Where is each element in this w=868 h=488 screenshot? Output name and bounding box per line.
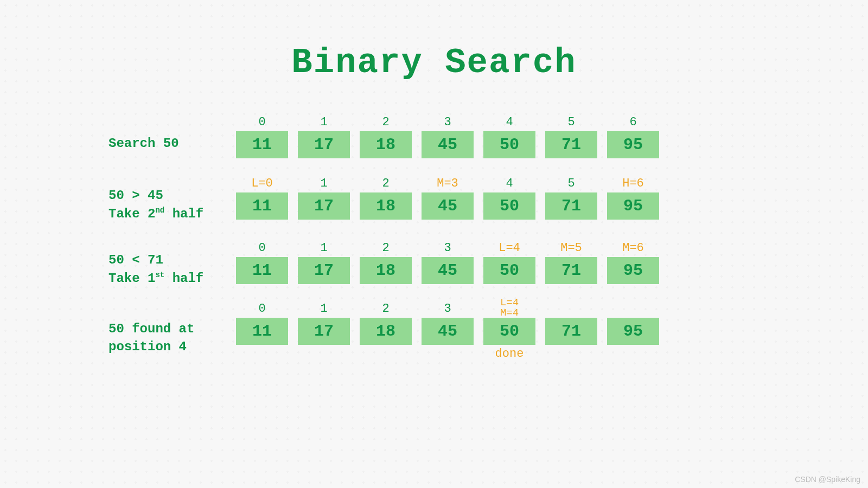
cells-row: 011117218345450571695 (236, 114, 659, 158)
array-cell: 450 (483, 175, 535, 220)
array-cell: 011 (236, 114, 288, 158)
index-label: 1 (320, 114, 327, 131)
array-cell: 218 (360, 175, 412, 220)
value-box: 95 (607, 318, 659, 345)
index-label: 0 (258, 300, 265, 318)
value-box: 45 (422, 192, 474, 220)
value-box: 71 (545, 131, 597, 158)
step-label: 50 < 71Take 1st half (108, 236, 236, 287)
index-label: 6 (629, 114, 636, 131)
index-label: 2 (382, 240, 389, 257)
index-label: 5 (567, 175, 575, 192)
below-label: done (495, 345, 524, 360)
array-cell: 218 (360, 240, 412, 284)
index-label: 3 (444, 240, 451, 257)
step-row: Search 50011117218345450571695 (108, 114, 760, 158)
array-cell: H=695 (607, 175, 659, 220)
index-label: L=0 (251, 175, 273, 192)
array-cell: 117 (298, 240, 350, 284)
value-box: 95 (607, 192, 659, 220)
value-box: 18 (360, 131, 412, 158)
value-box: 17 (298, 318, 350, 345)
index-label: 2 (382, 114, 389, 131)
step-row: 50 found atposition 4011117218345L=4M=45… (108, 300, 760, 360)
array-cell: 117 (298, 300, 350, 360)
array-cell: 117 (298, 175, 350, 220)
value-box: 45 (422, 131, 474, 158)
value-box: 11 (236, 318, 288, 345)
array-cell: 345 (422, 114, 474, 158)
step-label: 50 found atposition 4 (108, 305, 236, 356)
cells-row: 011117218345L=450M=571M=695 (236, 240, 659, 284)
value-box: 11 (236, 257, 288, 284)
index-label: 3 (444, 300, 451, 318)
array-cell: 218 (360, 300, 412, 360)
binary-search-diagram: Search 5001111721834545057169550 > 45Tak… (108, 114, 760, 373)
cells-row: L=011117218M=345450571H=695 (236, 175, 659, 220)
value-box: 71 (545, 257, 597, 284)
value-box: 71 (545, 192, 597, 220)
value-box: 18 (360, 257, 412, 284)
index-label: 1 (320, 240, 327, 257)
diagram-title: Binary Search (0, 0, 868, 82)
index-label: M=5 (560, 240, 582, 257)
array-cell: L=011 (236, 175, 288, 220)
array-cell: 011 (236, 300, 288, 360)
step-label: 50 > 45Take 2nd half (108, 171, 236, 223)
index-label: 0 (258, 240, 265, 257)
value-box: 95 (607, 257, 659, 284)
array-cell: 95 (607, 300, 659, 360)
step-label: Search 50 (108, 119, 236, 153)
value-box: 11 (236, 131, 288, 158)
array-cell: 71 (545, 300, 597, 360)
index-label: H=6 (622, 175, 644, 192)
value-box: 18 (360, 318, 412, 345)
cells-row: 011117218345L=4M=450done7195 (236, 300, 659, 360)
index-label: 0 (258, 114, 265, 131)
array-cell: L=4M=450done (483, 300, 535, 360)
index-label: 2 (382, 300, 389, 318)
index-label: 4 (506, 114, 513, 131)
array-cell: M=695 (607, 240, 659, 284)
value-box: 45 (422, 257, 474, 284)
value-box: 71 (545, 318, 597, 345)
array-cell: 571 (545, 114, 597, 158)
value-box: 18 (360, 192, 412, 220)
value-box: 50 (483, 192, 535, 220)
value-box: 50 (483, 257, 535, 284)
array-cell: M=345 (422, 175, 474, 220)
step-row: 50 > 45Take 2nd halfL=011117218M=3454505… (108, 171, 760, 223)
array-cell: 450 (483, 114, 535, 158)
index-label: M=6 (622, 240, 644, 257)
array-cell: 117 (298, 114, 350, 158)
value-box: 50 (483, 131, 535, 158)
value-box: 95 (607, 131, 659, 158)
index-label: 1 (320, 175, 327, 192)
step-row: 50 < 71Take 1st half011117218345L=450M=5… (108, 236, 760, 287)
value-box: 50 (483, 318, 535, 345)
watermark: CSDN @SpikeKing (795, 475, 860, 484)
value-box: 17 (298, 131, 350, 158)
array-cell: 571 (545, 175, 597, 220)
array-cell: 695 (607, 114, 659, 158)
array-cell: 345 (422, 240, 474, 284)
index-label: 5 (567, 114, 575, 131)
array-cell: M=571 (545, 240, 597, 284)
index-label: 1 (320, 300, 327, 318)
value-box: 45 (422, 318, 474, 345)
index-label: M=3 (437, 175, 458, 192)
array-cell: 218 (360, 114, 412, 158)
value-box: 11 (236, 192, 288, 220)
value-box: 17 (298, 257, 350, 284)
index-label: 2 (382, 175, 389, 192)
array-cell: 011 (236, 240, 288, 284)
index-label: 3 (444, 114, 451, 131)
array-cell: L=450 (483, 240, 535, 284)
index-label: L=4M=4 (500, 300, 519, 318)
value-box: 17 (298, 192, 350, 220)
index-label: L=4 (499, 240, 520, 257)
index-label: 4 (506, 175, 513, 192)
array-cell: 345 (422, 300, 474, 360)
